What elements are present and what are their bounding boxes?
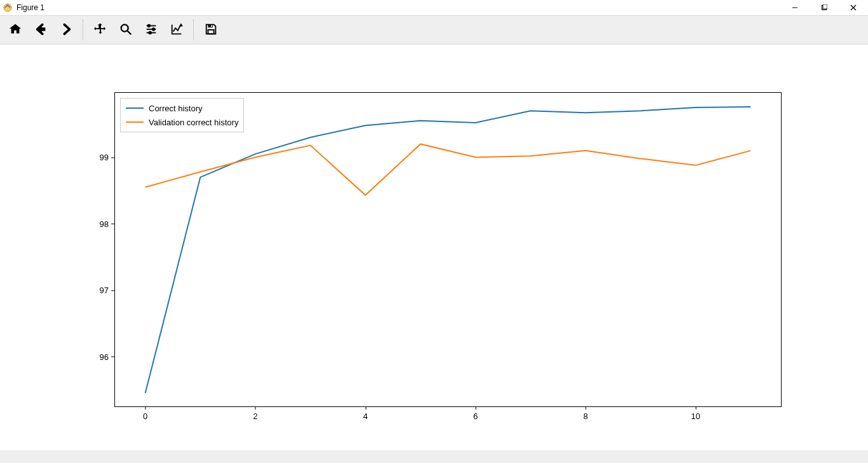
axes-edit-icon — [170, 22, 184, 38]
legend-swatch — [126, 107, 144, 109]
chart-axes: Correct history Validation correct histo… — [114, 92, 782, 407]
legend: Correct history Validation correct histo… — [120, 98, 244, 132]
back-button[interactable] — [28, 17, 53, 43]
svg-point-6 — [121, 24, 128, 31]
legend-label: Validation correct history — [149, 118, 238, 127]
legend-item: Validation correct history — [126, 115, 238, 129]
maximize-button[interactable] — [810, 0, 839, 15]
toolbar-separator — [193, 20, 194, 40]
forward-icon — [59, 22, 73, 38]
svg-rect-3 — [823, 4, 827, 9]
x-tick-label: 8 — [583, 411, 588, 421]
statusbar — [0, 450, 868, 463]
titlebar: Figure 1 — [0, 0, 868, 15]
pan-icon — [93, 22, 107, 38]
x-tick-label: 6 — [473, 411, 478, 421]
svg-rect-15 — [208, 29, 214, 33]
home-button[interactable] — [3, 17, 28, 43]
y-tick-label: 97 — [100, 286, 109, 295]
back-icon — [34, 22, 48, 38]
svg-point-12 — [153, 28, 155, 31]
configure-button[interactable] — [139, 17, 164, 43]
save-icon — [204, 22, 218, 38]
window-title: Figure 1 — [17, 3, 44, 12]
zoom-icon — [119, 22, 133, 38]
y-tick-label: 96 — [100, 352, 109, 361]
x-tick-label: 0 — [143, 411, 147, 421]
chart-lines — [115, 93, 781, 406]
legend-swatch — [126, 121, 144, 123]
y-tick-label: 98 — [100, 219, 109, 228]
x-tick-label: 4 — [363, 411, 367, 421]
app-icon — [3, 3, 13, 13]
home-icon — [8, 22, 22, 38]
plot-area: Correct history Validation correct histo… — [0, 45, 868, 450]
toolbar-separator — [83, 20, 84, 40]
forward-button[interactable] — [53, 17, 79, 43]
save-button[interactable] — [198, 17, 224, 43]
pan-button[interactable] — [88, 17, 113, 43]
window-controls — [780, 0, 868, 15]
zoom-button[interactable] — [113, 17, 139, 43]
configure-icon — [144, 22, 158, 38]
axes-edit-button[interactable] — [164, 17, 189, 43]
series-line — [146, 107, 751, 393]
x-tick-label: 10 — [691, 411, 700, 421]
svg-rect-16 — [211, 25, 212, 27]
series-line — [146, 144, 751, 195]
close-button[interactable] — [839, 0, 868, 15]
svg-line-7 — [128, 31, 132, 34]
svg-point-11 — [148, 24, 151, 27]
toolbar — [0, 15, 868, 45]
legend-item: Correct history — [126, 101, 238, 115]
y-tick-label: 99 — [100, 153, 109, 162]
minimize-button[interactable] — [780, 0, 810, 15]
svg-point-13 — [149, 31, 151, 34]
legend-label: Correct history — [149, 104, 203, 113]
x-tick-label: 2 — [253, 411, 257, 421]
